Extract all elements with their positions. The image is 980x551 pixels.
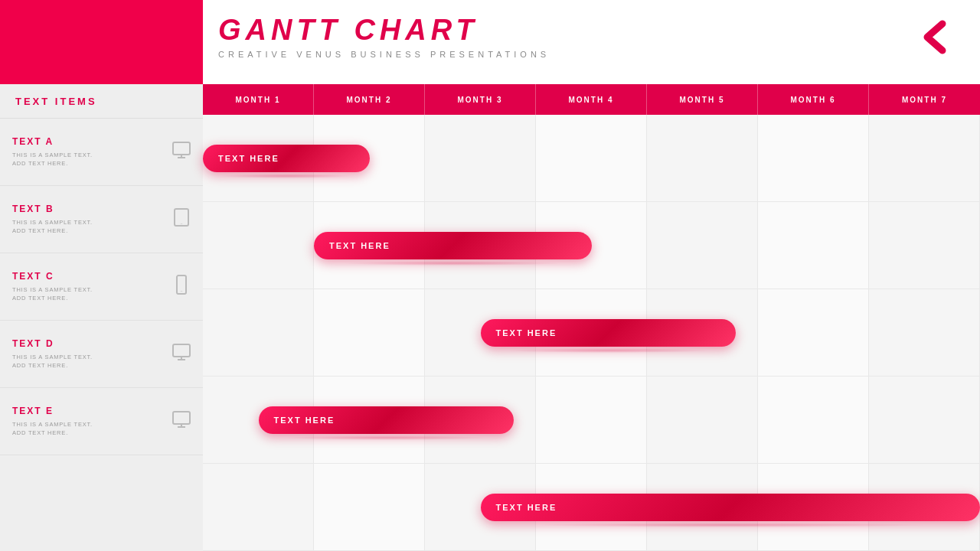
gantt-bar-label-d: TEXT HERE xyxy=(259,406,514,434)
item-icon-a xyxy=(169,139,194,165)
month-header-7: MONTH 7 xyxy=(869,84,980,115)
svg-rect-7 xyxy=(173,344,190,357)
chart-cell-row1-col6 xyxy=(869,202,980,289)
gantt-bar-c: TEXT HERE xyxy=(481,319,737,347)
item-icon-b xyxy=(169,207,194,233)
chart-cell-row0-col6 xyxy=(869,115,980,201)
chart-cell-row4-col1 xyxy=(314,464,425,550)
month-header-3: MONTH 3 xyxy=(425,84,536,115)
sidebar-items-header: TEXT ITEMS xyxy=(0,84,203,119)
items-list: TEXT A THIS IS A SAMPLE TEXT.ADD TEXT HE… xyxy=(0,119,203,551)
sidebar-item-e: TEXT E THIS IS A SAMPLE TEXT.ADD TEXT HE… xyxy=(0,388,203,455)
gantt-bar-e: TeXT here xyxy=(481,494,981,521)
chart-cell-row1-col0 xyxy=(203,202,314,289)
chart-row-c: TEXT HERE xyxy=(203,289,980,377)
item-icon-c xyxy=(169,274,194,300)
chart-rows: TEXT HERETEXT HERETEXT HERETEXT HERETeXT… xyxy=(203,115,980,551)
sidebar: TEXT ITEMS TEXT A THIS IS A SAMPLE TEXT.… xyxy=(0,0,203,551)
sidebar-item-a: TEXT A THIS IS A SAMPLE TEXT.ADD TEXT HE… xyxy=(0,119,203,186)
item-title-a: TEXT A xyxy=(12,136,169,147)
chart-cell-row4-col0 xyxy=(203,464,314,550)
item-desc-b: THIS IS A SAMPLE TEXT.ADD TEXT HERE. xyxy=(12,218,169,236)
month-header-4: MONTH 4 xyxy=(536,84,647,115)
month-header-6: MONTH 6 xyxy=(758,84,869,115)
chart-cell-row2-col1 xyxy=(314,289,425,376)
logo xyxy=(911,14,957,60)
svg-rect-0 xyxy=(173,142,190,155)
item-info-a: TEXT A THIS IS A SAMPLE TEXT.ADD TEXT HE… xyxy=(12,136,169,168)
gantt-bar-label-b: TEXT HERE xyxy=(314,232,592,259)
item-title-b: TEXT B xyxy=(12,204,169,214)
item-info-c: TEXT C THIS IS A SAMPLE TEXT.ADD TEXT HE… xyxy=(12,271,169,303)
logo-icon xyxy=(913,16,956,58)
item-desc-e: THIS IS A SAMPLE TEXT.ADD TEXT HERE. xyxy=(12,420,169,438)
item-icon-e xyxy=(169,409,194,435)
month-headers: MONTH 1MONTH 2MONTH 3MONTH 4MONTH 5MONTH… xyxy=(203,84,980,115)
month-header-1: MONTH 1 xyxy=(203,84,314,115)
item-desc-d: THIS IS A SAMPLE TEXT.ADD TEXT HERE. xyxy=(12,353,169,370)
header-subtitle: CREATIVE VENUS BUSINESS PRESENTATIONS xyxy=(218,50,550,59)
sidebar-item-c: TEXT C THIS IS A SAMPLE TEXT.ADD TEXT HE… xyxy=(0,253,203,321)
chart-row-d: TEXT HERE xyxy=(203,377,980,464)
chart-row-a: TEXT HERE xyxy=(203,115,980,202)
items-header-label: TEXT ITEMS xyxy=(15,96,97,107)
gantt-bar-a: TEXT HERE xyxy=(203,145,370,172)
item-desc-a: THIS IS A SAMPLE TEXT.ADD TEXT HERE. xyxy=(12,151,169,168)
chart-row-b: TEXT HERE xyxy=(203,202,980,289)
sidebar-item-d: TEXT D THIS IS A SAMPLE TEXT.ADD TEXT HE… xyxy=(0,321,203,388)
chart-cell-row3-col6 xyxy=(869,377,980,463)
header-text: GANTT CHART CREATIVE VENUS BUSINESS PRES… xyxy=(218,14,550,59)
item-info-e: TEXT E THIS IS A SAMPLE TEXT.ADD TEXT HE… xyxy=(12,406,169,438)
chart-cell-row0-col4 xyxy=(647,115,758,201)
sidebar-item-b: TEXT B THIS IS A SAMPLE TEXT.ADD TEXT HE… xyxy=(0,186,203,253)
chart-cell-row3-col3 xyxy=(536,377,647,463)
chart-cell-row0-col3 xyxy=(536,115,647,201)
header: GANTT CHART CREATIVE VENUS BUSINESS PRES… xyxy=(203,0,980,84)
item-info-d: TEXT D THIS IS A SAMPLE TEXT.ADD TEXT HE… xyxy=(12,338,169,370)
month-header-5: MONTH 5 xyxy=(647,84,758,115)
item-info-b: TEXT B THIS IS A SAMPLE TEXT.ADD TEXT HE… xyxy=(12,204,169,236)
chart-area: MONTH 1MONTH 2MONTH 3MONTH 4MONTH 5MONTH… xyxy=(203,84,980,551)
chart-cell-row0-col5 xyxy=(758,115,869,201)
chart-cell-row1-col5 xyxy=(758,202,869,289)
chart-cell-row3-col4 xyxy=(647,377,758,463)
gantt-bar-d: TEXT HERE xyxy=(259,406,514,434)
item-desc-c: THIS IS A SAMPLE TEXT.ADD TEXT HERE. xyxy=(12,285,169,303)
chart-cell-row2-col5 xyxy=(758,289,869,376)
item-title-c: TEXT C xyxy=(12,271,169,282)
sidebar-pink-top xyxy=(0,0,203,84)
main-content: GANTT CHART CREATIVE VENUS BUSINESS PRES… xyxy=(203,0,980,551)
chart-cell-row2-col0 xyxy=(203,289,314,376)
item-icon-d xyxy=(169,341,194,367)
svg-rect-10 xyxy=(173,412,190,424)
page-title: GANTT CHART xyxy=(218,14,550,47)
chart-row-e: TeXT here xyxy=(203,464,980,551)
svg-rect-3 xyxy=(175,209,188,226)
chart-cell-row2-col6 xyxy=(869,289,980,376)
gantt-bar-label-a: TEXT HERE xyxy=(203,145,370,172)
chart-cell-row1-col4 xyxy=(647,202,758,289)
gantt-bar-label-e: TeXT here xyxy=(481,494,981,521)
gantt-bar-b: TEXT HERE xyxy=(314,232,592,259)
gantt-bar-label-c: TEXT HERE xyxy=(481,319,737,347)
chart-cell-row3-col5 xyxy=(758,377,869,463)
chart-cell-row0-col2 xyxy=(425,115,536,201)
month-header-2: MONTH 2 xyxy=(314,84,425,115)
item-title-e: TEXT E xyxy=(12,406,169,416)
item-title-d: TEXT D xyxy=(12,338,169,349)
